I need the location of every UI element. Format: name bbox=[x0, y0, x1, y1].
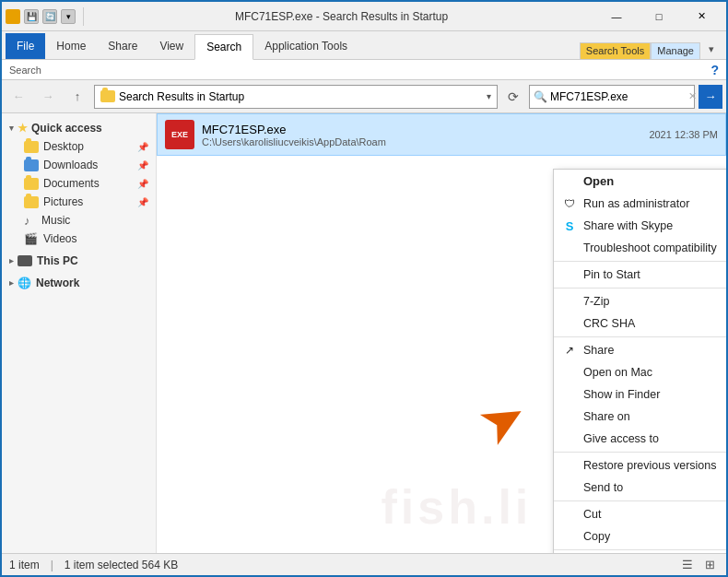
sidebar-item-music[interactable]: ♪ Music bbox=[2, 211, 156, 230]
ctx-7zip[interactable]: 7-Zip › bbox=[554, 290, 726, 312]
titlebar-separator bbox=[83, 7, 84, 26]
titlebar-left: 💾 🔄 ▾ bbox=[6, 7, 88, 26]
tab-share[interactable]: Share bbox=[97, 33, 148, 59]
quick-access-btn2[interactable]: 🔄 bbox=[42, 9, 57, 24]
ctx-troubleshoot-label: Troubleshoot compatibility bbox=[583, 241, 717, 254]
refresh-button[interactable]: ⟳ bbox=[501, 85, 525, 109]
quick-access-dropdown[interactable]: ▾ bbox=[61, 9, 76, 24]
back-button[interactable]: ← bbox=[6, 85, 31, 109]
quick-access-arrow-icon: ▾ bbox=[9, 124, 14, 133]
desktop-folder-icon bbox=[24, 141, 39, 153]
network-icon: 🌐 bbox=[18, 277, 31, 289]
ctx-divider-6 bbox=[554, 549, 726, 550]
file-item[interactable]: EXE MFC71ESP.exe C:\Users\karolisliucvei… bbox=[157, 113, 726, 156]
tab-home[interactable]: Home bbox=[45, 33, 97, 59]
ctx-share-skype[interactable]: S Share with Skype bbox=[554, 215, 726, 237]
sidebar-item-pictures[interactable]: Pictures 📌 bbox=[2, 193, 156, 211]
help-button[interactable]: ? bbox=[710, 63, 719, 77]
app-icon bbox=[6, 9, 20, 24]
maximize-button[interactable]: □ bbox=[638, 2, 680, 31]
ctx-send-to[interactable]: Send to › bbox=[554, 477, 726, 499]
search-go-button[interactable]: → bbox=[699, 85, 722, 109]
ribbon-tabs: File Home Share View Search Application … bbox=[2, 31, 726, 59]
ctx-copy[interactable]: Copy bbox=[554, 525, 726, 548]
sidebar-videos-label: Videos bbox=[43, 232, 76, 245]
ctx-open[interactable]: Open bbox=[554, 170, 726, 193]
file-name: MFC71ESP.exe bbox=[202, 123, 649, 136]
quick-access-label: Quick access bbox=[31, 122, 102, 135]
ctx-restore-versions-label: Restore previous versions bbox=[583, 459, 717, 472]
desktop-pin-icon: 📌 bbox=[137, 142, 148, 152]
ctx-give-access-label: Give access to bbox=[583, 432, 659, 445]
ctx-crc-sha[interactable]: CRC SHA › bbox=[554, 312, 726, 335]
ctx-open-label: Open bbox=[583, 174, 614, 188]
sidebar-item-desktop[interactable]: Desktop 📌 bbox=[2, 137, 156, 156]
this-pc-icon bbox=[18, 255, 32, 266]
search-tools-group: Search Tools bbox=[580, 42, 651, 59]
ctx-restore-versions[interactable]: Restore previous versions bbox=[554, 454, 726, 477]
sidebar-item-videos[interactable]: 🎬 Videos bbox=[2, 230, 156, 248]
ctx-divider-1 bbox=[554, 261, 726, 262]
this-pc-section: ▸ This PC bbox=[2, 252, 156, 270]
documents-pin-icon: 📌 bbox=[137, 179, 148, 189]
statusbar-count: 1 item bbox=[9, 559, 40, 571]
ctx-give-access[interactable]: Give access to › bbox=[554, 428, 726, 450]
tab-search[interactable]: Search bbox=[194, 34, 253, 60]
manage-label: Manage bbox=[657, 45, 694, 56]
ctx-show-finder-label: Show in Finder bbox=[583, 388, 660, 401]
watermark: fish.li bbox=[381, 479, 532, 535]
ctx-share-icon: ↗ bbox=[561, 342, 578, 359]
up-button[interactable]: ↑ bbox=[65, 85, 90, 109]
view-detail-button[interactable]: ⊞ bbox=[700, 556, 719, 574]
ctx-divider-3 bbox=[554, 336, 726, 337]
quick-access-btn1[interactable]: 💾 bbox=[24, 9, 39, 24]
ctx-crc-sha-label: CRC SHA bbox=[583, 317, 635, 330]
file-icon: EXE bbox=[165, 120, 194, 149]
search-clear-icon[interactable]: ✕ bbox=[688, 90, 697, 102]
sidebar-desktop-label: Desktop bbox=[43, 140, 84, 153]
sidebar-item-downloads[interactable]: Downloads 📌 bbox=[2, 156, 156, 174]
network-arrow-icon: ▸ bbox=[9, 278, 14, 288]
tab-file[interactable]: File bbox=[6, 33, 45, 59]
sidebar-item-documents[interactable]: Documents 📌 bbox=[2, 174, 156, 193]
ctx-troubleshoot[interactable]: Troubleshoot compatibility bbox=[554, 237, 726, 259]
ctx-share-on[interactable]: Share on › bbox=[554, 406, 726, 428]
breadcrumb-dropdown-icon[interactable]: ▾ bbox=[487, 91, 491, 101]
ctx-divider-2 bbox=[554, 288, 726, 288]
ctx-share[interactable]: ↗ Share bbox=[554, 339, 726, 361]
network-header[interactable]: ▸ 🌐 Network bbox=[2, 274, 156, 292]
breadcrumb[interactable]: Search Results in Startup ▾ bbox=[94, 85, 498, 109]
close-button[interactable]: ✕ bbox=[680, 2, 722, 31]
ctx-show-finder[interactable]: Show in Finder bbox=[554, 383, 726, 406]
ctx-pin-start[interactable]: Pin to Start bbox=[554, 264, 726, 286]
ctx-run-admin[interactable]: 🛡 Run as administrator bbox=[554, 193, 726, 215]
ctx-share-on-label: Share on bbox=[583, 410, 630, 423]
search-tools-label: Search Tools bbox=[586, 45, 644, 56]
file-icon-label: EXE bbox=[171, 130, 188, 139]
minimize-button[interactable]: — bbox=[595, 2, 638, 31]
forward-button[interactable]: → bbox=[35, 85, 61, 109]
ctx-cut[interactable]: Cut bbox=[554, 503, 726, 525]
ctx-send-to-label: Send to bbox=[583, 481, 623, 494]
this-pc-header[interactable]: ▸ This PC bbox=[2, 252, 156, 270]
search-input[interactable] bbox=[550, 90, 688, 103]
ctx-skype-icon: S bbox=[561, 218, 578, 234]
file-info: MFC71ESP.exe C:\Users\karolisliucveikis\… bbox=[202, 123, 649, 147]
tab-app-tools[interactable]: Application Tools bbox=[253, 33, 358, 59]
pictures-pin-icon: 📌 bbox=[137, 197, 148, 207]
ribbon-sub-label: Search bbox=[9, 65, 41, 76]
search-magnifier-icon: 🔍 bbox=[534, 90, 547, 103]
breadcrumb-label: Search Results in Startup bbox=[119, 90, 244, 103]
statusbar: 1 item | 1 item selected 564 KB ☰ ⊞ bbox=[2, 553, 726, 575]
downloads-folder-icon bbox=[24, 159, 39, 171]
ctx-open-mac[interactable]: Open on Mac bbox=[554, 361, 726, 383]
network-section: ▸ 🌐 Network bbox=[2, 274, 156, 292]
ctx-create-shortcut[interactable]: Create shortcut bbox=[554, 552, 726, 553]
main-area: ▾ ★ Quick access Desktop 📌 Downloads 📌 D… bbox=[2, 113, 726, 553]
view-list-button[interactable]: ☰ bbox=[678, 556, 697, 574]
ribbon-collapse-btn[interactable]: ▾ bbox=[700, 39, 722, 59]
ctx-share-skype-label: Share with Skype bbox=[583, 219, 673, 232]
quick-access-header[interactable]: ▾ ★ Quick access bbox=[2, 119, 156, 137]
tab-view[interactable]: View bbox=[148, 33, 194, 59]
ctx-divider-5 bbox=[554, 500, 726, 501]
